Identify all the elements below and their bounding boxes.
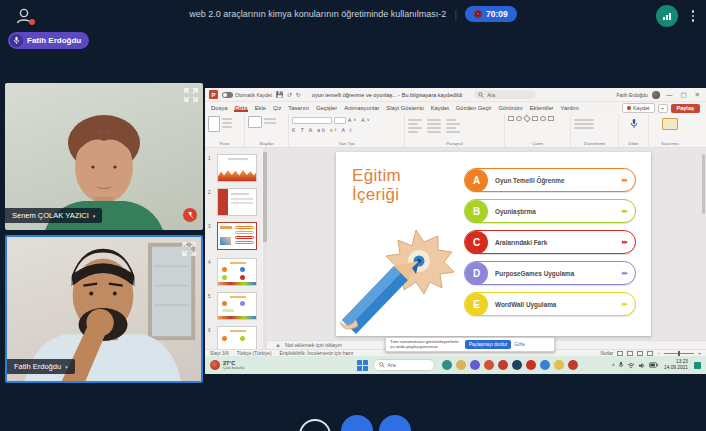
shape-circle-icon[interactable] bbox=[516, 116, 522, 121]
tab-gecisler[interactable]: Geçişler bbox=[316, 105, 337, 111]
maximize-button[interactable]: ▢ bbox=[678, 91, 688, 99]
ribbon-group-font[interactable]: A˄ A˅ K T A ab x² A ℓ Yazı Tipi bbox=[289, 114, 405, 147]
minimize-button[interactable]: — bbox=[664, 91, 675, 98]
bold-italic-underline[interactable]: K T A ab x² A ℓ bbox=[292, 127, 353, 133]
canvas-scrollbar[interactable] bbox=[702, 154, 705, 214]
zoom-out-button[interactable]: − bbox=[657, 351, 660, 356]
tab-yardim[interactable]: Yardım bbox=[561, 105, 579, 111]
expand-tile-button[interactable] bbox=[182, 242, 196, 256]
participant-name: Fatih Erdoğdu bbox=[14, 362, 61, 371]
tab-ciz[interactable]: Çiz bbox=[273, 105, 281, 111]
ribbon-group-paragraph[interactable]: Paragraf bbox=[405, 114, 505, 147]
tab-gorunum[interactable]: Görünüm bbox=[499, 105, 523, 111]
battery-icon[interactable] bbox=[649, 362, 658, 368]
ribbon-group-editing[interactable]: Düzenleme bbox=[571, 114, 619, 147]
participant-name-tag[interactable]: Senem ÇOLAK YAZICI ▾ bbox=[5, 208, 102, 223]
record-button[interactable]: Kaydet bbox=[622, 103, 655, 113]
meeting-control-camera-button[interactable] bbox=[341, 415, 373, 431]
tab-eklentiler[interactable]: Eklentiler bbox=[530, 105, 554, 111]
app-icon-3[interactable] bbox=[470, 360, 480, 370]
paste-icon[interactable] bbox=[208, 116, 220, 132]
normal-view-icon[interactable] bbox=[617, 351, 623, 356]
tray-mic-icon[interactable] bbox=[618, 361, 624, 369]
slide-sorter-icon[interactable] bbox=[627, 351, 633, 356]
recording-timer-pill[interactable]: 70:09 bbox=[465, 6, 517, 22]
video-tile-fatih[interactable]: Fatih Erdoğdu ▾ bbox=[5, 235, 203, 383]
font-size-box[interactable] bbox=[334, 117, 346, 124]
connection-quality-button[interactable] bbox=[656, 5, 678, 27]
start-button[interactable] bbox=[357, 360, 368, 371]
meeting-control-share-button[interactable] bbox=[379, 415, 411, 431]
speaker-icon[interactable] bbox=[638, 362, 646, 369]
current-slide[interactable]: Eğitim İçeriği A Oyun Temelli Öğrenme ▸▸… bbox=[336, 152, 651, 336]
font-grow-shrink[interactable]: A˄ A˅ bbox=[348, 117, 372, 124]
account-name[interactable]: Fatih Erdoğdu bbox=[616, 92, 647, 98]
font-name-box[interactable] bbox=[292, 117, 332, 124]
expand-tile-button[interactable] bbox=[184, 88, 198, 102]
ribbon-group-drawing[interactable]: Çizim bbox=[505, 114, 571, 147]
app-icon-1[interactable] bbox=[442, 360, 452, 370]
ribbon-display-dropdown[interactable]: ▾ bbox=[658, 104, 668, 113]
hide-toast-link[interactable]: Gizle bbox=[514, 342, 524, 347]
notes-toggle[interactable]: Notlar bbox=[601, 351, 614, 356]
share-button[interactable]: Paylaş bbox=[671, 104, 700, 113]
slide-thumbnail-5[interactable] bbox=[217, 292, 257, 320]
taskbar-clock[interactable]: 13:23 14.09.2021 bbox=[664, 359, 688, 370]
slide-thumbnail-6[interactable] bbox=[217, 326, 257, 349]
slide-item-d: D PurposeGames Uygulama ▸▸ bbox=[464, 261, 636, 285]
reading-view-icon[interactable] bbox=[637, 351, 643, 356]
autosave-toggle[interactable]: Otomatik Kaydet bbox=[222, 92, 272, 98]
meeting-control-mic-button[interactable] bbox=[299, 419, 331, 431]
app-icon-4[interactable] bbox=[484, 360, 494, 370]
shape-arrow-icon[interactable] bbox=[532, 116, 538, 121]
meeting-title: web 2.0 araçlarının kimya konularının öğ… bbox=[189, 9, 446, 19]
ppt-search-box[interactable]: Ara bbox=[474, 90, 536, 99]
notification-center-icon[interactable] bbox=[694, 362, 701, 369]
slideshow-icon[interactable] bbox=[647, 351, 653, 356]
zoom-in-button[interactable]: + bbox=[698, 351, 701, 356]
active-speaker-badge[interactable]: Fatih Erdoğdu bbox=[8, 32, 89, 49]
tab-giris[interactable]: Giriş bbox=[234, 105, 247, 112]
wifi-icon[interactable] bbox=[627, 362, 635, 369]
app-icon-2[interactable] bbox=[456, 360, 466, 370]
stop-sharing-button[interactable]: Paylaşmayı durdur bbox=[465, 340, 511, 349]
participant-name-tag[interactable]: Fatih Erdoğdu ▾ bbox=[7, 359, 75, 374]
taskbar-search[interactable]: Ara bbox=[373, 359, 435, 371]
new-slide-icon[interactable] bbox=[248, 116, 262, 128]
slide-thumbnail-2[interactable] bbox=[217, 188, 257, 216]
quick-access-toolbar[interactable]: 💾 ↺ ↻ bbox=[276, 91, 302, 98]
tab-slayt-gosterisi[interactable]: Slayt Gösterisi bbox=[386, 105, 423, 111]
tray-expand-icon[interactable]: ˄ bbox=[612, 362, 615, 368]
app-icon-10[interactable] bbox=[568, 360, 578, 370]
tab-dosya[interactable]: Dosya bbox=[211, 105, 227, 111]
shape-rect-icon[interactable] bbox=[508, 116, 514, 121]
tab-kaydet[interactable]: Kaydet bbox=[431, 105, 449, 111]
app-icon-8[interactable] bbox=[540, 360, 550, 370]
shape-oval-icon[interactable] bbox=[540, 116, 546, 121]
slide-thumbnail-3-selected[interactable] bbox=[217, 222, 257, 250]
shape-diamond-icon[interactable] bbox=[523, 115, 531, 123]
shape-line-icon[interactable] bbox=[548, 116, 554, 121]
zoom-slider[interactable] bbox=[664, 353, 694, 354]
tab-tasarim[interactable]: Tasarım bbox=[288, 105, 309, 111]
close-button[interactable]: ✕ bbox=[693, 91, 702, 99]
more-options-menu[interactable] bbox=[688, 7, 698, 25]
tab-ekle[interactable]: Ekle bbox=[255, 105, 266, 111]
ribbon-designer[interactable]: Tasarımcı bbox=[649, 114, 691, 147]
app-icon-9[interactable] bbox=[554, 360, 564, 370]
app-icon-6[interactable] bbox=[512, 360, 522, 370]
ribbon-group-slides[interactable]: Slaytlar bbox=[245, 114, 289, 147]
app-icon-7[interactable] bbox=[526, 360, 536, 370]
tab-gozden-gecir[interactable]: Gözden Geçir bbox=[456, 105, 492, 111]
account-avatar[interactable] bbox=[652, 91, 660, 99]
accessibility-indicator[interactable]: Erişilebilirlik: İncelemeniz için hazır bbox=[280, 351, 354, 356]
tab-animasyonlar[interactable]: Animasyonlar bbox=[344, 105, 379, 111]
slide-thumbnail-4[interactable] bbox=[217, 258, 257, 286]
language-indicator[interactable]: Türkçe (Türkiye) bbox=[237, 351, 272, 356]
app-icon-5[interactable] bbox=[498, 360, 508, 370]
slide-thumbnail-1[interactable] bbox=[217, 154, 257, 182]
ribbon-group-clipboard[interactable]: Pano bbox=[205, 114, 245, 147]
video-tile-senem[interactable]: Senem ÇOLAK YAZICI ▾ bbox=[5, 83, 203, 230]
ribbon-dictate[interactable]: Dikte bbox=[619, 114, 649, 147]
weather-widget[interactable]: 27°C Çok bulutlu bbox=[210, 360, 245, 371]
